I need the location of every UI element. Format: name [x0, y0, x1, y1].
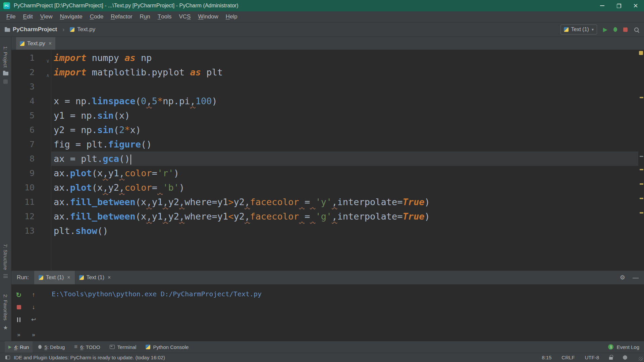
menu-code[interactable]: Code: [86, 11, 107, 22]
file-encoding[interactable]: UTF-8: [585, 355, 599, 360]
hide-panel-icon[interactable]: —: [633, 274, 639, 281]
debug-button[interactable]: [613, 27, 617, 32]
toolwindow-label: Python Console: [153, 344, 189, 350]
up-arrow-icon[interactable]: ↑: [32, 291, 35, 298]
minimize-button[interactable]: [594, 0, 610, 11]
fold-marker-icon[interactable]: ∨: [46, 54, 49, 68]
code-token: ,: [179, 197, 184, 207]
run-tab-1[interactable]: Text (1)×: [34, 271, 75, 284]
fold-marker-icon[interactable]: ∧: [46, 68, 49, 83]
gear-icon[interactable]: ⚙: [620, 274, 625, 281]
toolwindow-5-debug[interactable]: 5: Debug: [35, 341, 68, 353]
warning-stripe-mark[interactable]: [640, 198, 643, 199]
code-editor[interactable]: ∨ ∧ 12345678910111213 import numpy as np…: [11, 50, 644, 270]
editor-scrollbar[interactable]: [638, 50, 644, 270]
line-separator[interactable]: CRLF: [561, 355, 575, 360]
code-line-12[interactable]: ax.fill_between(x,y1,y2,where=y1<y2,face…: [51, 209, 638, 224]
expand-icon[interactable]: »: [17, 331, 20, 338]
toolwindow-button-favorites[interactable]: 2: Favorites ★: [0, 294, 11, 331]
toolwindow-button-structure[interactable]: 7: Structure: [0, 244, 11, 278]
toolwindow-4-run[interactable]: ▶4: Run: [5, 341, 33, 353]
line-number-7[interactable]: 7: [11, 137, 51, 152]
toolwindow-button-project[interactable]: 1: Project: [0, 46, 11, 84]
toolwindow-6-todo[interactable]: ≡6: TODO: [70, 341, 104, 353]
close-icon[interactable]: ×: [67, 275, 70, 281]
code-token: ,: [146, 211, 152, 222]
status-message[interactable]: IDE and Plugin Updates: PyCharm is ready…: [14, 355, 165, 360]
down-arrow-icon[interactable]: ↓: [32, 304, 35, 311]
stop-button[interactable]: [623, 27, 628, 32]
warning-stripe-mark[interactable]: [640, 97, 643, 98]
line-number-11[interactable]: 11: [11, 195, 51, 209]
menu-view[interactable]: View: [37, 11, 56, 22]
menu-edit[interactable]: Edit: [19, 11, 36, 22]
code-token: y1: [152, 211, 163, 222]
close-icon[interactable]: ×: [49, 41, 52, 47]
minimize-icon: [600, 5, 604, 6]
line-number-10[interactable]: 10: [11, 180, 51, 195]
breadcrumb-project[interactable]: PyCharmProject: [13, 26, 57, 33]
code-line-11[interactable]: ax.fill_between(x,y1,y2,where=y1>y2,face…: [51, 195, 638, 209]
toolwindow-switcher-icon[interactable]: [5, 356, 10, 359]
code-area[interactable]: import numpy as npimport matplotlib.pypl…: [51, 50, 638, 270]
line-number-5[interactable]: 5: [11, 108, 51, 123]
editor-tab-text-py[interactable]: Text.py ×: [16, 37, 55, 50]
run-tab-2[interactable]: Text (1)×: [75, 271, 115, 284]
line-number-13[interactable]: 13: [11, 224, 51, 238]
menu-window[interactable]: Window: [194, 11, 222, 22]
line-number-9[interactable]: 9: [11, 166, 51, 180]
toolwindow-python-console[interactable]: Python Console: [142, 341, 192, 353]
code-line-4[interactable]: x = np.linspace(0,5*np.pi,100): [51, 94, 638, 108]
close-icon[interactable]: ×: [108, 275, 111, 281]
run-configuration-selector[interactable]: Text (1) ▾: [560, 24, 597, 35]
close-button[interactable]: ×: [627, 0, 644, 11]
lock-icon[interactable]: [609, 357, 613, 360]
run-button[interactable]: ▶: [603, 26, 607, 33]
line-number-3[interactable]: 3: [11, 79, 51, 94]
code-line-7[interactable]: fig = plt.figure(): [51, 137, 638, 152]
code-line-9[interactable]: ax.plot(x,y1,color='r'): [51, 166, 638, 180]
code-token: (): [97, 226, 108, 236]
toolwindow-terminal[interactable]: Terminal: [106, 341, 140, 353]
code-line-8[interactable]: ax = plt.gca(): [51, 152, 638, 166]
inspection-indicator-icon[interactable]: [639, 51, 643, 55]
menu-help[interactable]: Help: [222, 11, 241, 22]
code-line-2[interactable]: import matplotlib.pyplot as plt: [51, 65, 638, 79]
code-line-13[interactable]: plt.show(): [51, 224, 638, 238]
warning-stripe-mark[interactable]: [640, 183, 643, 185]
warning-stripe-mark[interactable]: [640, 212, 643, 214]
breadcrumb: PyCharmProject › Text.py: [5, 26, 95, 33]
rerun-icon[interactable]: ↻: [16, 291, 22, 299]
caret-position[interactable]: 8:15: [542, 355, 551, 360]
line-number-6[interactable]: 6: [11, 123, 51, 137]
menu-vcs[interactable]: VCS: [175, 11, 194, 22]
menu-navigate[interactable]: Navigate: [56, 11, 86, 22]
menu-tools[interactable]: Tools: [154, 11, 175, 22]
code-line-1[interactable]: import numpy as np: [51, 51, 638, 65]
restore-button[interactable]: [610, 0, 627, 11]
caret-stripe-mark[interactable]: [640, 156, 643, 157]
warning-stripe-mark[interactable]: [640, 169, 643, 170]
line-number-4[interactable]: 4: [11, 94, 51, 108]
editor-gutter[interactable]: ∨ ∧ 12345678910111213: [11, 50, 51, 270]
line-number-12[interactable]: 12: [11, 209, 51, 224]
search-everywhere-icon[interactable]: [634, 27, 639, 33]
line-number-1[interactable]: 1: [11, 51, 51, 65]
code-line-5[interactable]: y1 = np.sin(x): [51, 108, 638, 123]
code-line-3[interactable]: [51, 79, 638, 94]
menu-file[interactable]: File: [3, 11, 19, 22]
event-log-button[interactable]: 1 Event Log: [608, 344, 639, 350]
code-line-10[interactable]: ax.plot(x,y2,color= 'b'): [51, 180, 638, 195]
menu-refactor[interactable]: Refactor: [107, 11, 136, 22]
run-console[interactable]: E:\Tools\python\python.exe D:/PyCharmPro…: [46, 285, 644, 341]
line-number-2[interactable]: 2: [11, 65, 51, 79]
pause-icon[interactable]: [17, 317, 20, 322]
soft-wrap-icon[interactable]: ↩: [31, 316, 36, 323]
breadcrumb-file[interactable]: Text.py: [77, 26, 95, 33]
stop-icon[interactable]: [17, 305, 21, 309]
expand-icon[interactable]: »: [32, 331, 35, 338]
inspections-profile-icon[interactable]: [623, 355, 627, 360]
code-line-6[interactable]: y2 = np.sin(2*x): [51, 123, 638, 137]
line-number-8[interactable]: 8: [11, 152, 51, 166]
menu-run[interactable]: Run: [136, 11, 154, 22]
